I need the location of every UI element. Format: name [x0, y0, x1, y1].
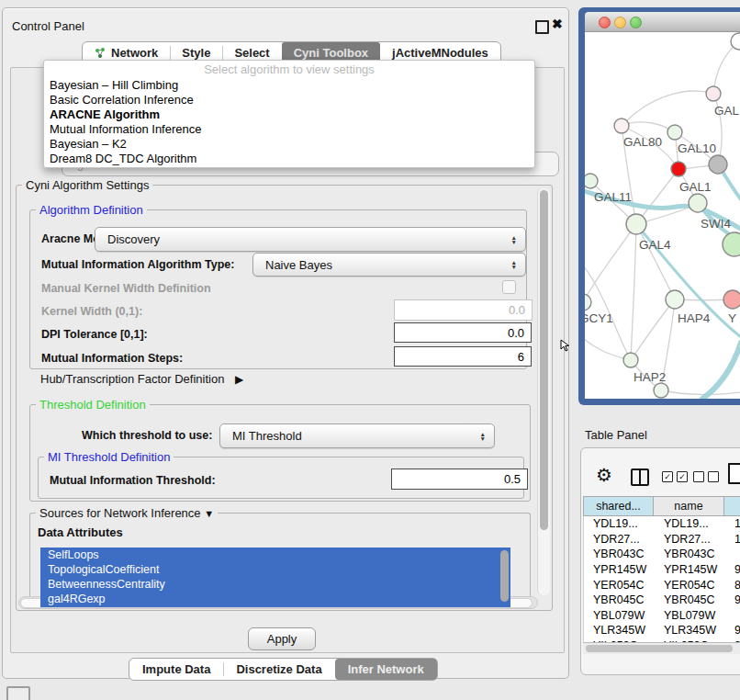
data-attributes-list[interactable]: SelfLoopsTopologicalCoefficientBetweenne…	[40, 548, 510, 607]
close-traffic-light-icon[interactable]	[599, 17, 611, 28]
table-row[interactable]: YPR145WYPR145W9.	[584, 562, 740, 578]
network-node-gcy1[interactable]	[585, 294, 591, 310]
expand-arrow-icon[interactable]: ▶	[235, 373, 243, 386]
attribute-list-item[interactable]: BetweennessCentrality	[40, 577, 510, 592]
network-canvas[interactable]: GALGAL80GAL10GAL1GAL11SWI4GAL4GCY1HAP4YH…	[585, 32, 740, 399]
table-row[interactable]: YBL079WYBL079W	[584, 608, 740, 624]
network-window-titlebar[interactable]	[585, 12, 740, 32]
minimized-panel-icon[interactable]	[6, 686, 30, 700]
collapse-arrow-icon[interactable]: ▼	[204, 508, 214, 519]
mi-algorithm-type-combobox[interactable]: Naive Bayes ▲▼	[252, 253, 526, 277]
network-node[interactable]	[723, 232, 740, 256]
algorithm-dropdown-popup: Select algorithm to view settings Bayesi…	[43, 60, 535, 168]
hub-section-label: Hub/Transcription Factor Definition	[40, 372, 224, 386]
network-node-gal80[interactable]	[614, 119, 629, 133]
table-cell: 13	[725, 516, 740, 532]
sources-title-text: Sources for Network Inference	[39, 506, 201, 520]
table-cell: YLR345W	[655, 623, 725, 638]
mi-steps-label: Mutual Information Steps:	[41, 352, 183, 365]
mouse-cursor	[560, 339, 569, 352]
aracne-mode-combobox[interactable]: Discovery ▲▼	[95, 227, 526, 252]
network-node-gal10[interactable]	[667, 125, 682, 140]
table-row[interactable]: YBR043CYBR043C	[584, 547, 740, 562]
attributes-list-scrollbar-thumb[interactable]	[500, 550, 509, 602]
mi-threshold-label: Mutual Information Threshold:	[50, 474, 216, 487]
mi-algorithm-type-value: Naive Bayes	[253, 258, 332, 272]
sources-group-title: Sources for Network Inference ▼	[36, 506, 218, 520]
table-cell: YDL19...	[584, 516, 655, 532]
attribute-list-item[interactable]: SelfLoops	[40, 548, 510, 562]
column-header[interactable]: name	[654, 496, 724, 516]
network-node-gal11[interactable]	[585, 174, 598, 188]
dropdown-item[interactable]: Bayesian – K2	[44, 137, 534, 152]
table-hscrollbar-thumb[interactable]	[586, 645, 733, 652]
algorithm-dropdown-items: Bayesian – Hill ClimbingBasic Correlatio…	[44, 78, 534, 166]
table-cell: YDL19...	[655, 516, 725, 532]
unchecked-checkbox-pair-icon[interactable]	[693, 471, 719, 482]
attribute-list-item[interactable]: gal4RGexp	[40, 592, 510, 606]
dropdown-item[interactable]: Dream8 DC_TDC Algorithm	[44, 152, 534, 166]
bottom-tab-discretize-data[interactable]: Discretize Data	[223, 659, 334, 680]
network-node[interactable]	[654, 383, 668, 398]
network-node-y[interactable]	[723, 290, 740, 309]
network-node-gal4[interactable]	[626, 214, 646, 234]
apply-button[interactable]: Apply	[248, 627, 316, 650]
dropdown-item[interactable]: Mutual Information Inference	[44, 122, 534, 137]
network-node-hap4[interactable]	[666, 290, 684, 309]
network-node[interactable]	[709, 155, 727, 174]
zoom-traffic-light-icon[interactable]	[630, 17, 642, 28]
split-columns-icon[interactable]	[631, 469, 649, 486]
data-attributes-label: Data Attributes	[38, 525, 123, 539]
network-node-swi4[interactable]	[689, 194, 707, 212]
checked-checkbox-pair-icon[interactable]: ✓ ✓	[662, 471, 688, 482]
close-icon[interactable]: ✖	[552, 17, 563, 30]
which-threshold-label: Which threshold to use:	[82, 429, 212, 442]
document-icon[interactable]	[728, 463, 740, 484]
column-header[interactable]: shared...	[583, 496, 654, 516]
column-header[interactable]: A	[724, 496, 740, 516]
table-row[interactable]: YLR345WYLR345W9.	[584, 623, 740, 638]
dropdown-item[interactable]: Bayesian – Hill Climbing	[44, 78, 534, 93]
node-label: GAL1	[679, 180, 712, 194]
settings-scrollbar-thumb[interactable]	[540, 190, 548, 530]
node-label: GAL	[714, 104, 740, 118]
aracne-mode-value: Discovery	[95, 232, 160, 246]
table-cell: YER054C	[655, 577, 725, 593]
dropdown-item[interactable]: ARACNE Algorithm	[44, 107, 534, 122]
table-cell: 9.	[725, 593, 740, 608]
minimize-traffic-light-icon[interactable]	[614, 17, 626, 28]
algorithm-dropdown-placeholder: Select algorithm to view settings	[44, 61, 534, 78]
mi-threshold-value: 0.5	[504, 472, 521, 486]
dropdown-item[interactable]: Basic Correlation Inference	[44, 93, 534, 107]
mi-steps-input[interactable]: 6	[394, 346, 532, 367]
table-horizontal-scrollbar[interactable]	[583, 642, 740, 654]
network-node-hap2[interactable]	[623, 353, 638, 367]
bottom-tab-infer-network[interactable]: Infer Network	[335, 659, 437, 680]
which-threshold-combobox[interactable]: MI Threshold ▲▼	[219, 423, 495, 448]
gear-icon[interactable]: ⚙	[596, 464, 612, 486]
table-cell: YPR145W	[584, 562, 655, 578]
network-node-gal1[interactable]	[671, 162, 686, 176]
table-row[interactable]: YBR045CYBR045C9.	[584, 593, 740, 608]
settings-vertical-scrollbar[interactable]	[537, 188, 550, 595]
table-cell: YLR345W	[584, 623, 655, 638]
network-node-gal[interactable]	[706, 86, 721, 101]
table-row[interactable]: YDL19...YDL19...13	[584, 516, 740, 532]
table-cell: YPR145W	[655, 562, 725, 578]
mi-threshold-input[interactable]: 0.5	[391, 469, 528, 490]
table-row[interactable]: YDR27...YDR27...12	[584, 532, 740, 548]
bottom-tab-impute-data[interactable]: Impute Data	[129, 659, 223, 680]
node-label: HAP2	[633, 370, 666, 384]
node-label: GAL10	[678, 141, 716, 155]
attribute-list-item[interactable]: TopologicalCoefficient	[40, 562, 510, 577]
node-label: SWI4	[701, 217, 731, 231]
float-window-icon[interactable]	[535, 20, 549, 34]
table-cell: YDR27...	[584, 532, 655, 548]
dpi-tolerance-input[interactable]: 0.0	[394, 322, 532, 343]
table-cell: YBL079W	[584, 608, 655, 624]
node-label: HAP4	[678, 311, 711, 325]
manual-kernel-width-checkbox[interactable]	[502, 280, 516, 294]
node-label: Y	[728, 311, 736, 325]
hub-transcription-factor-section[interactable]: Hub/Transcription Factor Definition ▶	[40, 372, 243, 386]
table-row[interactable]: YER054CYER054C8.	[584, 577, 740, 593]
